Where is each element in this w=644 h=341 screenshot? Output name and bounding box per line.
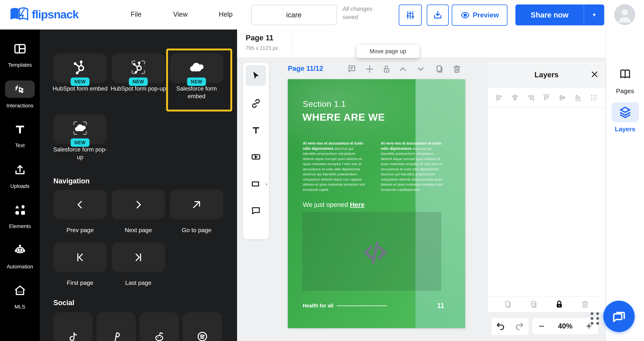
house-icon [13, 282, 27, 299]
align-bottom-icon[interactable] [574, 93, 582, 102]
menu-file[interactable]: File [131, 11, 142, 18]
nav-card-go-to-page[interactable] [170, 190, 223, 219]
page-indicator[interactable]: Page 11/12 [288, 65, 323, 73]
share-caret-icon[interactable]: ▼ [584, 12, 604, 18]
flipsnack-logo[interactable]: flipsnack [10, 6, 78, 22]
unlock-page-icon[interactable] [382, 64, 392, 74]
download-button[interactable] [427, 5, 449, 26]
card-hubspot-form-embed[interactable]: NEW [54, 53, 107, 83]
menu-help[interactable]: Help [219, 11, 232, 18]
sidebar-item-elements[interactable]: Elements [0, 202, 40, 229]
rail-tab-pages[interactable]: Pages [606, 64, 644, 95]
move-page-up-tooltip: Move page up [356, 45, 419, 58]
code-embed-icon [360, 237, 390, 267]
zoom-controls: − 40% + [532, 317, 598, 335]
align-center-vertical-icon[interactable] [558, 93, 566, 102]
settings-sliders-button[interactable] [399, 5, 422, 26]
autosave-status: All changes saved [342, 5, 382, 21]
sidebar-item-uploads[interactable]: Uploads [0, 162, 40, 189]
link-tool[interactable] [243, 93, 268, 114]
delete-page-icon[interactable] [452, 64, 462, 74]
document-title-input[interactable] [251, 5, 336, 25]
drag-handle[interactable] [590, 312, 601, 325]
social-card-pinterest[interactable] [96, 312, 136, 341]
user-avatar[interactable] [614, 4, 635, 25]
layers-stack-icon [612, 102, 639, 122]
nav-label: Next page [112, 227, 165, 234]
move-page-down-icon[interactable] [416, 64, 426, 74]
sidebar-item-text[interactable]: Text [0, 121, 40, 148]
tool-palette: › [243, 62, 269, 239]
card-label[interactable]: Salesforce form embed [167, 85, 226, 100]
card-salesforce-form-embed[interactable]: NEW [170, 53, 223, 83]
duplicate-layer-icon[interactable] [503, 300, 512, 309]
menu-view[interactable]: View [173, 11, 188, 18]
sidebar-item-templates[interactable]: Templates [0, 40, 40, 68]
page-dimensions: 795 x 1123 px [246, 45, 278, 51]
social-card-spotify[interactable] [183, 312, 222, 341]
video-icon [250, 151, 261, 162]
social-card-reddit[interactable] [140, 312, 179, 341]
move-page-up-icon[interactable] [398, 64, 408, 74]
sidebar-item-automation[interactable]: Automation [0, 242, 40, 270]
expand-chevron-icon: › [266, 182, 267, 187]
duplicate-page-icon[interactable] [434, 64, 444, 74]
canvas-area: Page 11 795 x 1123 px Move page up Page … [237, 30, 606, 341]
nav-card-prev-page[interactable] [54, 190, 107, 219]
text-tool[interactable] [243, 120, 268, 140]
share-now-button[interactable]: Share now ▼ [516, 5, 604, 26]
social-card-tiktok[interactable] [54, 312, 92, 341]
rail-tab-layers[interactable]: Layers [606, 102, 644, 133]
card-salesforce-form-popup[interactable]: NEW [54, 114, 107, 144]
social-heading: Social [54, 299, 74, 307]
nav-card-next-page[interactable] [112, 190, 165, 219]
page-footer-text: Health for all [303, 303, 334, 309]
comment-tool[interactable] [243, 200, 268, 221]
nav-label: Last page [112, 279, 165, 286]
here-link[interactable]: Here [350, 201, 364, 208]
rail-pages-label: Pages [616, 87, 634, 95]
card-label[interactable]: HubSpot form embed [50, 85, 110, 92]
undo-icon[interactable] [496, 321, 506, 331]
spotify-icon [196, 330, 208, 341]
close-icon[interactable] [589, 69, 600, 80]
cursor-icon [251, 70, 261, 81]
eye-icon [460, 11, 470, 20]
nav-card-last-page[interactable] [112, 242, 165, 272]
document-page[interactable]: Section 1.1 WHERE ARE WE At vero eos et … [288, 79, 465, 328]
card-hubspot-form-popup[interactable]: NEW [112, 53, 165, 83]
align-left-icon[interactable] [495, 93, 504, 102]
upload-icon [14, 162, 26, 178]
layers-panel: Layers [487, 61, 606, 313]
align-center-horizontal-icon[interactable] [511, 93, 519, 102]
shape-tool[interactable]: › [243, 174, 268, 194]
lock-layer-icon[interactable] [554, 300, 564, 309]
chat-support-button[interactable] [603, 301, 635, 332]
interactions-icon [13, 83, 27, 96]
interactions-panel: NEW NEW NEW HubSpot form embed Hub [40, 30, 237, 341]
card-label[interactable]: Salesforce form pop-up [50, 146, 110, 161]
select-tool[interactable] [243, 65, 268, 86]
sidebar-item-interactions[interactable]: Interactions [0, 81, 40, 109]
align-top-icon[interactable] [542, 93, 551, 102]
redo-icon[interactable] [514, 321, 524, 331]
chat-bubbles-icon [610, 308, 628, 325]
sidebar-item-mls[interactable]: MLS [0, 282, 40, 310]
delete-layer-icon[interactable] [580, 300, 590, 309]
nav-card-first-page[interactable] [54, 242, 107, 272]
pages-book-icon [612, 64, 639, 84]
add-layer-icon[interactable] [529, 300, 538, 309]
distribute-grid-icon[interactable] [589, 93, 598, 102]
add-page-icon[interactable] [365, 64, 374, 74]
align-right-icon[interactable] [526, 93, 535, 102]
page-footer-line [337, 305, 387, 306]
card-label[interactable]: HubSpot form pop-up [108, 85, 168, 92]
nav-label: First page [54, 279, 107, 286]
opened-line: We just opened Here [303, 201, 364, 208]
preview-button[interactable]: Preview [452, 5, 508, 26]
right-rail: Pages Layers [606, 30, 644, 341]
layers-panel-header: Layers [488, 61, 605, 88]
body-column-2: At vero eos et accusamus et iusto odio d… [381, 141, 445, 192]
video-tool[interactable] [243, 147, 268, 167]
page-comment-icon[interactable] [347, 64, 357, 74]
